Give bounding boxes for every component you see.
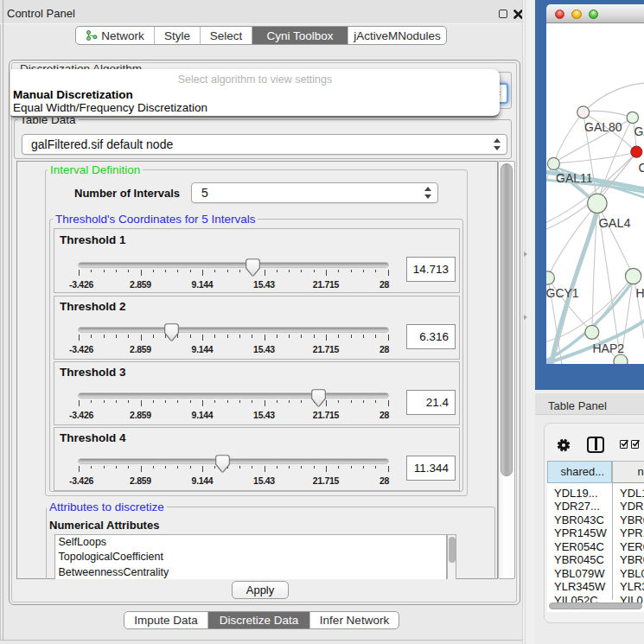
svg-text:CAF4: CAF4 bbox=[639, 161, 644, 175]
svg-text:HAP2: HAP2 bbox=[593, 341, 625, 355]
svg-text:GAL80: GAL80 bbox=[584, 120, 622, 134]
svg-text:GAL11: GAL11 bbox=[556, 171, 593, 185]
svg-text:HAP5: HAP5 bbox=[636, 286, 644, 300]
svg-text:GCY1: GCY1 bbox=[546, 286, 579, 300]
svg-text:GAL4: GAL4 bbox=[599, 216, 631, 230]
svg-text:GAL3: GAL3 bbox=[634, 124, 644, 138]
